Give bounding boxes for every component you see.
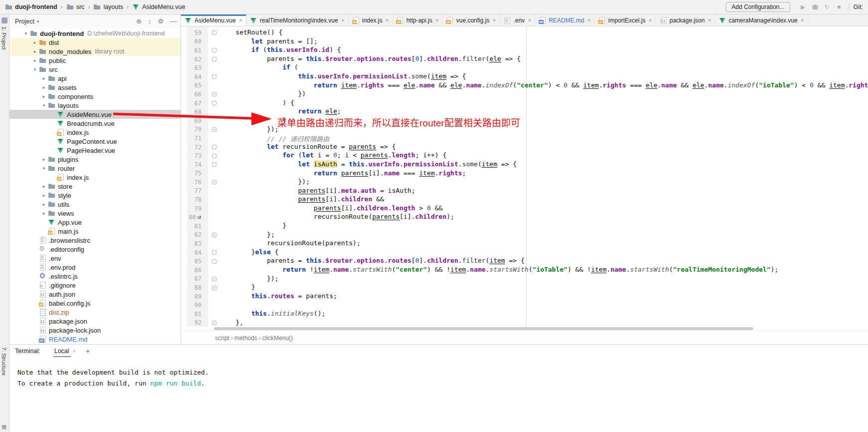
fold-collapse-icon[interactable] <box>208 55 220 64</box>
add-configuration-button[interactable]: Add Configuration... <box>726 2 790 12</box>
project-tool-icon[interactable] <box>1 17 7 23</box>
tree-item[interactable]: ▸store <box>9 182 181 191</box>
tool-window-switcher-icon[interactable]: ▦ <box>1 424 6 430</box>
tree-item[interactable]: .gitignore <box>9 281 181 290</box>
tree-item[interactable]: .editorconfig <box>9 245 181 254</box>
tree-item[interactable]: package.json <box>9 317 181 326</box>
fold-expand-icon[interactable] <box>208 319 220 327</box>
tree-item[interactable]: auth.json <box>9 290 181 299</box>
tab-README.md[interactable]: README.md× <box>535 14 595 26</box>
tree-item[interactable]: PageContent.vue <box>9 137 181 146</box>
chevron-down-icon[interactable]: ▾ <box>40 166 48 171</box>
tree-item[interactable]: dist.zip <box>9 308 181 317</box>
tab-AsideMenu.vue[interactable]: AsideMenu.vue× <box>181 14 246 26</box>
chevron-down-icon[interactable]: ▾ <box>31 67 39 72</box>
stripe-project-button[interactable]: 1: Project <box>1 26 7 49</box>
tree-item[interactable]: index.js <box>9 173 181 182</box>
chevron-right-icon[interactable]: ▸ <box>40 211 48 216</box>
stop-icon[interactable]: ■ <box>833 3 845 10</box>
tree-item[interactable]: PageHeader.vue <box>9 146 181 155</box>
fold-expand-icon[interactable] <box>208 283 220 292</box>
fold-expand-icon[interactable] <box>208 125 220 134</box>
tree-item[interactable]: ▾duoji-frontendD:\zheheWeb\duoji-fronten… <box>9 29 181 38</box>
tab-cameraManage-index.vue[interactable]: cameraManage\index.vue× <box>715 14 808 26</box>
tree-item[interactable]: ▸utils <box>9 200 181 209</box>
breadcrumb-item[interactable]: src <box>65 3 86 10</box>
tree-item[interactable]: ▸node_moduleslibrary root <box>9 47 181 56</box>
new-terminal-session-icon[interactable]: + <box>86 347 90 355</box>
tab-index.js[interactable]: index.js× <box>349 14 393 26</box>
tree-item[interactable]: ▸api <box>9 74 181 83</box>
tab-package.json[interactable]: package.json× <box>656 14 715 26</box>
chevron-right-icon[interactable]: ▸ <box>40 184 48 189</box>
chevron-right-icon[interactable]: ▸ <box>31 49 39 54</box>
tree-item[interactable]: App.vue <box>9 218 181 227</box>
tab-realTimeMonitoring-index.vue[interactable]: realTimeMonitoring\index.vue× <box>246 14 349 26</box>
close-icon[interactable]: × <box>708 17 711 24</box>
tree-item[interactable]: Breadcrumb.vue <box>9 119 181 128</box>
tree-item[interactable]: babel.config.js <box>9 299 181 308</box>
tab-importExcel.js[interactable]: importExcel.js× <box>595 14 656 26</box>
breadcrumb-item[interactable]: layouts <box>92 3 124 10</box>
chevron-right-icon[interactable]: ▸ <box>40 85 48 90</box>
chevron-down-icon[interactable]: ▾ <box>22 31 30 36</box>
fold-collapse-icon[interactable] <box>208 248 220 257</box>
terminal-tab-local[interactable]: Local × <box>53 345 77 358</box>
fold-collapse-icon[interactable] <box>208 72 220 81</box>
fold-expand-icon[interactable] <box>208 90 220 99</box>
settings-gear-icon[interactable]: ⚙ <box>158 17 164 25</box>
tree-item[interactable]: package-lock.json <box>9 326 181 335</box>
terminal-output[interactable]: Note that the development build is not o… <box>9 358 868 389</box>
editor-breadcrumb-item[interactable]: clickMenu() <box>262 335 293 342</box>
fold-collapse-icon[interactable] <box>208 28 220 37</box>
close-icon[interactable]: × <box>492 17 496 24</box>
tree-item[interactable]: main.js <box>9 227 181 236</box>
hide-panel-icon[interactable]: — <box>170 17 177 25</box>
fold-expand-icon[interactable] <box>208 178 220 187</box>
tab-vue.config.js[interactable]: vue.config.js× <box>442 14 500 26</box>
chevron-right-icon[interactable]: ▸ <box>31 58 39 63</box>
close-icon[interactable]: × <box>341 17 345 24</box>
chevron-down-icon[interactable]: ▾ <box>37 19 39 24</box>
close-icon[interactable]: × <box>435 17 438 24</box>
tree-item[interactable]: ▾layouts <box>9 101 181 110</box>
fold-collapse-icon[interactable] <box>208 46 220 55</box>
stripe-structure-button[interactable]: 7: Structure <box>1 347 7 376</box>
fold-expand-icon[interactable] <box>208 231 220 240</box>
tree-item[interactable]: index.js <box>9 128 181 137</box>
breadcrumb-item[interactable]: duoji-frontend <box>4 3 58 10</box>
close-icon[interactable]: × <box>528 17 531 24</box>
chevron-right-icon[interactable]: ▸ <box>40 202 48 207</box>
tree-item[interactable]: ▸style <box>9 191 181 200</box>
tree-item[interactable]: ▸views <box>9 209 181 218</box>
horizontal-scrollbar[interactable] <box>214 327 753 330</box>
tab-http-api.js[interactable]: http-api.js× <box>393 14 442 26</box>
tree-item[interactable]: ▸assets <box>9 83 181 92</box>
close-icon[interactable]: × <box>239 17 242 24</box>
rerun-icon[interactable]: ↻ <box>821 3 833 10</box>
tree-item[interactable]: ▸dist <box>9 38 181 47</box>
tree-item[interactable]: .env <box>9 254 181 263</box>
close-icon[interactable]: × <box>385 17 389 24</box>
tree-item[interactable]: .browserslistrc <box>9 236 181 245</box>
chevron-down-icon[interactable]: ▾ <box>40 103 48 108</box>
tree-item[interactable]: ▾router <box>9 164 181 173</box>
code-viewport[interactable]: 59 setRoute() {60 let parents = [];61 if… <box>181 26 868 327</box>
debug-icon[interactable] <box>811 3 819 10</box>
close-icon[interactable]: × <box>587 17 591 24</box>
tree-item[interactable]: README.md <box>9 335 181 344</box>
close-icon[interactable]: × <box>73 348 76 354</box>
tree-item[interactable]: AsideMenu.vue <box>9 110 181 119</box>
close-icon[interactable]: × <box>801 17 804 24</box>
fold-collapse-icon[interactable] <box>208 160 220 169</box>
tab-.env[interactable]: .env× <box>500 14 535 26</box>
tree-item[interactable]: ▸components <box>9 92 181 101</box>
collapse-all-icon[interactable]: ↕ <box>148 17 152 25</box>
run-icon[interactable]: ▶ <box>797 3 809 10</box>
chevron-right-icon[interactable]: ▸ <box>40 193 48 198</box>
chevron-right-icon[interactable]: ▸ <box>40 157 48 162</box>
git-label[interactable]: Git: <box>854 3 863 10</box>
fold-expand-icon[interactable] <box>208 275 220 284</box>
fold-collapse-icon[interactable] <box>208 257 220 266</box>
tree-item[interactable]: .eslintrc.js <box>9 272 181 281</box>
